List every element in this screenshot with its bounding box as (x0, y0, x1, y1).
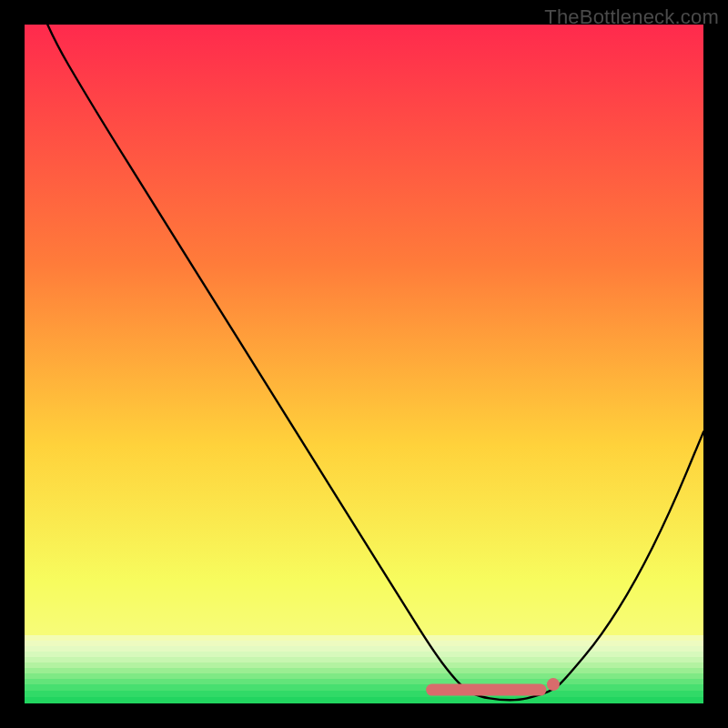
bottleneck-chart (0, 0, 728, 728)
watermark-text: TheBottleneck.com (544, 5, 719, 29)
plot-background (25, 25, 703, 703)
svg-rect-10 (25, 684, 703, 691)
svg-rect-1 (25, 635, 703, 641)
svg-rect-7 (25, 668, 703, 673)
svg-rect-12 (25, 697, 703, 703)
svg-rect-6 (25, 662, 703, 668)
svg-rect-2 (25, 641, 703, 646)
svg-rect-5 (25, 657, 703, 662)
svg-rect-3 (25, 646, 703, 652)
optimal-range-end-dot (547, 678, 560, 691)
svg-rect-4 (25, 652, 703, 657)
bottom-bands (25, 635, 703, 703)
svg-rect-8 (25, 673, 703, 679)
svg-rect-11 (25, 691, 703, 697)
svg-rect-9 (25, 679, 703, 684)
chart-container: TheBottleneck.com (0, 0, 728, 728)
